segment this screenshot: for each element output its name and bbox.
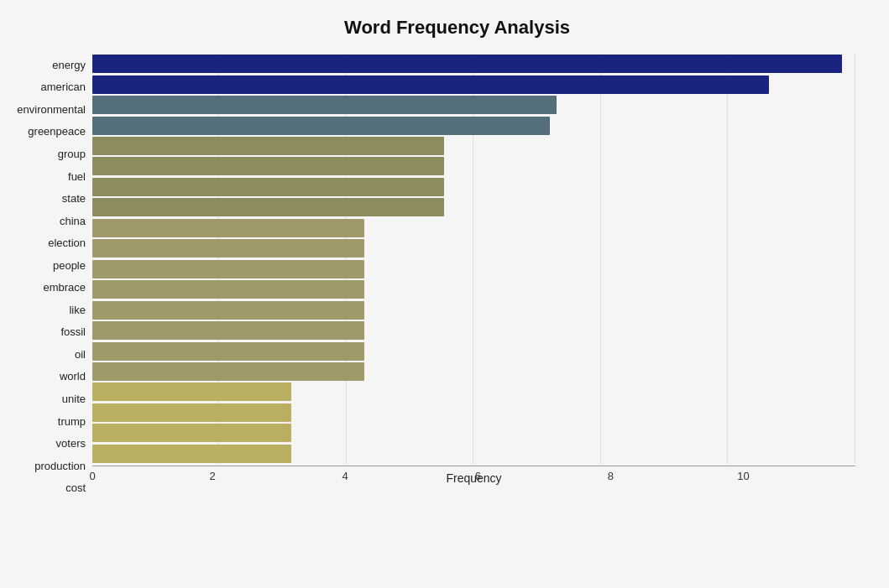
bar-row: [92, 403, 855, 423]
bar-row: [92, 341, 855, 361]
bar: [92, 157, 444, 175]
bar-row: [92, 362, 855, 382]
y-label: fuel: [68, 171, 86, 182]
bar-row: [92, 299, 855, 320]
bar-row: [92, 382, 855, 402]
y-labels: energyamericanenvironmentalgreenpeacegro…: [8, 54, 92, 499]
chart-container: Word Frequency Analysis energyamericanen…: [0, 0, 889, 588]
bar: [92, 75, 769, 94]
bar: [92, 321, 364, 340]
y-label: embrace: [43, 282, 86, 293]
y-label: american: [41, 81, 86, 92]
bar: [92, 342, 364, 361]
bar-row: [92, 74, 855, 94]
bar-row: [92, 54, 855, 74]
bar: [92, 117, 550, 135]
bar-row: [92, 259, 855, 279]
bar: [92, 198, 444, 216]
bar-row: [92, 136, 855, 156]
y-label: world: [60, 371, 86, 382]
bar-row: [92, 156, 855, 176]
bars-area: [92, 54, 855, 464]
y-label: people: [53, 260, 86, 271]
y-label: voters: [56, 438, 86, 449]
y-label: environmental: [17, 104, 86, 115]
x-tick-label: 0: [80, 470, 105, 482]
bar: [92, 260, 364, 278]
y-label: unite: [62, 393, 86, 404]
x-tick-label: 4: [332, 470, 358, 482]
y-label: like: [69, 304, 86, 315]
bar-row: [92, 95, 855, 115]
bar: [92, 362, 364, 381]
y-label: fossil: [60, 326, 86, 337]
bar-row: [92, 423, 855, 443]
y-label: group: [58, 148, 86, 159]
y-label: election: [48, 237, 86, 248]
bar-row: [92, 444, 855, 464]
bar: [92, 382, 291, 401]
y-label: state: [62, 193, 86, 204]
chart-area: energyamericanenvironmentalgreenpeacegro…: [8, 54, 855, 499]
bar: [92, 445, 291, 463]
y-label: china: [60, 216, 86, 226]
bar-row: [92, 197, 855, 217]
y-label: energy: [52, 60, 86, 70]
bar: [92, 55, 842, 73]
bar: [92, 280, 364, 299]
y-label: oil: [75, 349, 86, 360]
y-label: trump: [58, 416, 86, 427]
x-tick-labels: 0246810: [92, 466, 855, 470]
x-tick-label: 2: [200, 470, 225, 482]
bar-row: [92, 320, 855, 341]
bar: [92, 239, 364, 258]
bar-row: [92, 279, 855, 299]
bar-row: [92, 177, 855, 197]
bar-row: [92, 218, 855, 238]
y-label: greenpeace: [28, 126, 86, 137]
bar: [92, 96, 557, 114]
x-tick-label: 6: [465, 470, 490, 482]
bar: [92, 137, 444, 155]
x-tick-label: 8: [598, 470, 623, 482]
bar: [92, 403, 291, 422]
bar: [92, 301, 364, 320]
y-label: production: [34, 461, 86, 471]
chart-title: Word Frequency Analysis: [8, 17, 855, 39]
bar: [92, 178, 444, 196]
x-tick-label: 10: [730, 470, 756, 482]
bar: [92, 424, 291, 442]
bar: [92, 219, 364, 237]
y-label: cost: [65, 482, 86, 493]
bars-and-xaxis: 0246810 Frequency: [92, 54, 855, 499]
x-axis: 0246810 Frequency: [92, 466, 855, 499]
bar-row: [92, 238, 855, 258]
bar-row: [92, 115, 855, 135]
